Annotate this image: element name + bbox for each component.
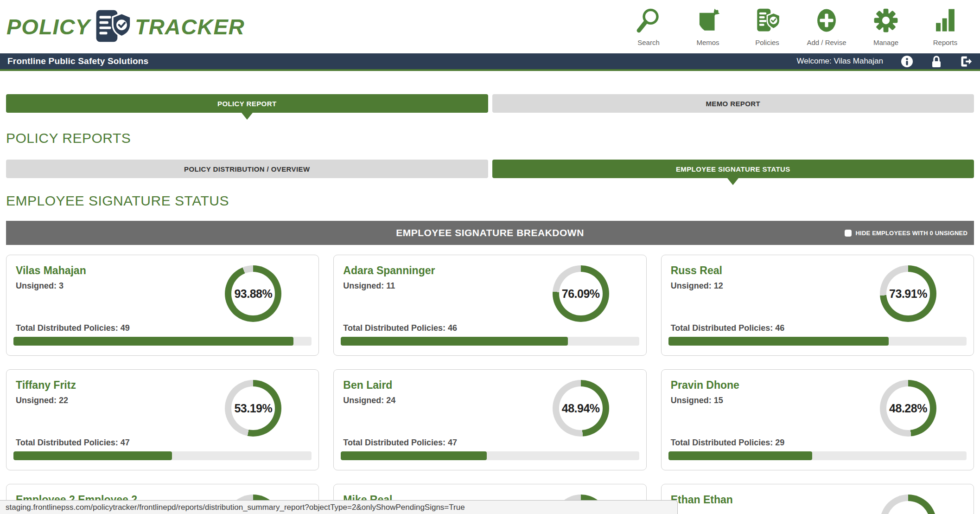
policy-tracker-app: POLICY TRACKER (0, 0, 980, 514)
primary-nav: Search Memos (627, 7, 967, 46)
sign-out-icon[interactable] (960, 55, 973, 68)
report-type-tabs: POLICY REPORT MEMO REPORT (6, 94, 974, 113)
org-name: Frontline Public Safety Solutions (7, 56, 148, 66)
total-distributed-policies: Total Distributed Policies: 49 (16, 323, 130, 333)
signature-percent: 76.09% (562, 287, 600, 301)
tab-policy-report[interactable]: POLICY REPORT (6, 94, 488, 113)
employee-card: Russ Real Unsigned: 12 73.91% Total Dist… (661, 255, 974, 356)
org-bar: Frontline Public Safety Solutions Welcom… (0, 53, 980, 71)
employee-name: Russ Real (671, 264, 722, 277)
employee-name: Pravin Dhone (671, 379, 739, 392)
welcome-text: Welcome: Vilas Mahajan (797, 57, 883, 66)
signature-donut-chart (880, 495, 936, 514)
employee-card: Tiffany Fritz Unsigned: 22 53.19% Total … (6, 369, 319, 470)
nav-search[interactable]: Search (627, 7, 670, 46)
signature-percent: 48.94% (562, 402, 600, 415)
section-title: EMPLOYEE SIGNATURE STATUS (6, 193, 974, 209)
tab-employee-signature-status[interactable]: EMPLOYEE SIGNATURE STATUS (492, 160, 974, 178)
logo-word-policy: POLICY (6, 14, 90, 39)
search-icon (635, 7, 662, 36)
signature-progress-fill (13, 337, 293, 346)
employee-name: Tiffany Fritz (16, 379, 76, 392)
signature-donut-chart: 48.28% (880, 380, 936, 437)
logo[interactable]: POLICY TRACKER (6, 9, 245, 45)
org-bar-right: Welcome: Vilas Mahajan (797, 55, 973, 68)
info-icon[interactable] (901, 55, 913, 68)
employee-grid: Vilas Mahajan Unsigned: 3 93.88% Total D… (6, 255, 974, 514)
nav-memos[interactable]: Memos (686, 7, 730, 46)
signature-donut-chart: 93.88% (225, 265, 281, 322)
lock-icon[interactable] (931, 55, 942, 68)
donut-hole: 76.09% (559, 272, 603, 315)
signature-progress-bar (13, 337, 312, 346)
total-distributed-policies: Total Distributed Policies: 46 (671, 323, 785, 333)
breakdown-header-bar: EMPLOYEE SIGNATURE BREAKDOWN HIDE EMPLOY… (6, 221, 974, 245)
signature-progress-bar (341, 451, 639, 460)
unsigned-count: Unsigned: 15 (671, 396, 723, 405)
main-content: POLICY REPORT MEMO REPORT POLICY REPORTS… (0, 94, 980, 514)
hide-zero-unsigned-label: HIDE EMPLOYEES WITH 0 UNSIGNED (856, 230, 967, 237)
total-distributed-policies: Total Distributed Policies: 47 (343, 438, 457, 448)
employee-card: Adara Spanninger Unsigned: 11 76.09% Tot… (333, 255, 646, 356)
donut-hole: 73.91% (886, 272, 930, 315)
signature-percent: 73.91% (889, 287, 927, 301)
unsigned-count: Unsigned: 24 (343, 396, 395, 405)
signature-progress-fill (341, 337, 568, 346)
page-title: POLICY REPORTS (6, 130, 974, 146)
policy-report-sub-tabs: POLICY DISTRIBUTION / OVERVIEW EMPLOYEE … (6, 160, 974, 178)
signature-progress-bar (668, 451, 967, 460)
hide-zero-unsigned-checkbox[interactable] (845, 230, 852, 237)
employee-name: Adara Spanninger (343, 264, 435, 277)
nav-manage[interactable]: Manage (864, 7, 908, 46)
employee-card: Vilas Mahajan Unsigned: 3 93.88% Total D… (6, 255, 319, 356)
signature-progress-fill (668, 337, 889, 346)
unsigned-count: Unsigned: 11 (343, 281, 395, 291)
signature-progress-bar (668, 337, 967, 346)
bar-chart-icon (932, 7, 959, 36)
signature-progress-bar (13, 451, 312, 460)
breakdown-title: EMPLOYEE SIGNATURE BREAKDOWN (396, 227, 584, 238)
policies-icon (754, 7, 781, 36)
hide-zero-unsigned-filter[interactable]: HIDE EMPLOYEES WITH 0 UNSIGNED (845, 221, 967, 245)
nav-reports[interactable]: Reports (923, 7, 967, 46)
unsigned-count: Unsigned: 22 (16, 396, 68, 405)
signature-progress-bar (341, 337, 639, 346)
donut-hole: 48.28% (886, 386, 930, 430)
total-distributed-policies: Total Distributed Policies: 46 (343, 323, 457, 333)
donut-hole: 93.88% (231, 272, 275, 315)
employee-name: Vilas Mahajan (16, 264, 86, 277)
signature-percent: 93.88% (234, 287, 272, 301)
tab-policy-distribution-overview[interactable]: POLICY DISTRIBUTION / OVERVIEW (6, 160, 488, 178)
unsigned-count: Unsigned: 12 (671, 281, 723, 291)
donut-hole: 48.94% (559, 386, 603, 430)
browser-status-bar: staging.frontlinepss.com/policytracker/f… (0, 500, 678, 514)
employee-card: Ben Laird Unsigned: 24 48.94% Total Dist… (333, 369, 646, 470)
nav-add-revise[interactable]: Add / Revise (805, 7, 848, 46)
signature-progress-fill (13, 451, 172, 460)
gear-icon (872, 7, 899, 36)
employee-name: Ben Laird (343, 379, 392, 392)
tab-memo-report[interactable]: MEMO REPORT (492, 94, 974, 113)
employee-name: Ethan Ethan (671, 494, 733, 506)
app-header: POLICY TRACKER (0, 0, 980, 53)
signature-progress-fill (341, 451, 487, 460)
nav-policies[interactable]: Policies (745, 7, 789, 46)
donut-hole: 53.19% (231, 386, 275, 430)
total-distributed-policies: Total Distributed Policies: 29 (671, 438, 785, 448)
signature-donut-chart: 76.09% (553, 265, 609, 322)
employee-card: Ethan Ethan (661, 484, 974, 514)
total-distributed-policies: Total Distributed Policies: 47 (16, 438, 130, 448)
signature-percent: 48.28% (889, 402, 927, 415)
employee-card: Pravin Dhone Unsigned: 15 48.28% Total D… (661, 369, 974, 470)
donut-hole (886, 501, 930, 514)
signature-progress-fill (668, 451, 813, 460)
signature-donut-chart: 73.91% (880, 265, 936, 322)
signature-percent: 53.19% (234, 402, 272, 415)
unsigned-count: Unsigned: 3 (16, 281, 64, 291)
signature-donut-chart: 53.19% (225, 380, 281, 437)
add-revise-icon (813, 7, 840, 36)
logo-word-tracker: TRACKER (135, 14, 245, 39)
signature-donut-chart: 48.94% (553, 380, 609, 437)
memos-icon (694, 7, 721, 36)
policy-tracker-logo-icon (90, 9, 135, 45)
